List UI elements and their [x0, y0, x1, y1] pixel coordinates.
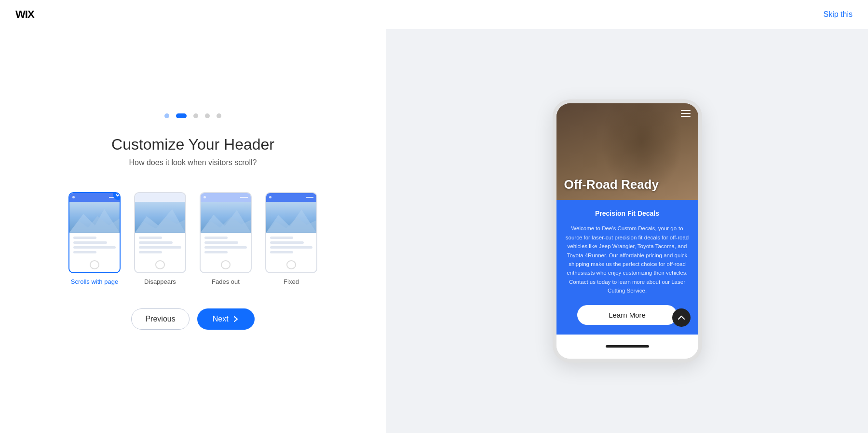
svg-marker-1 — [69, 216, 120, 233]
step-dot-2 — [176, 113, 187, 118]
scroll-up-button[interactable] — [672, 308, 691, 327]
content-line — [270, 251, 293, 253]
step-dot-4 — [205, 113, 210, 118]
option-frame-scrolls — [68, 192, 121, 273]
option-label-disappears: Disappears — [144, 278, 176, 285]
home-button — [90, 260, 99, 269]
option-fixed[interactable]: Fixed — [265, 192, 317, 285]
option-fades[interactable]: Fades out — [200, 192, 252, 285]
fades-header — [201, 193, 251, 202]
dot-icon — [72, 196, 75, 198]
left-panel: Customize Your Header How does it look w… — [0, 29, 386, 433]
content-line — [73, 251, 96, 253]
fixed-header — [266, 193, 316, 202]
phone-hero: Off-Road Ready — [556, 103, 698, 200]
home-indicator — [606, 345, 649, 348]
panel-subtitle: How does it look when visitors scroll? — [129, 158, 257, 167]
dot-icon — [203, 196, 206, 198]
step-dot-1 — [164, 113, 169, 118]
option-label-fixed: Fixed — [284, 278, 299, 285]
fixed-image-area — [266, 202, 316, 233]
option-disappears[interactable]: Disappears — [134, 192, 186, 285]
content-line — [73, 241, 107, 244]
content-line — [204, 241, 238, 244]
option-label-fades: Fades out — [212, 278, 240, 285]
arrow-right-icon — [232, 316, 239, 322]
home-button — [221, 260, 231, 269]
option-frame-disappears — [134, 192, 186, 273]
skip-button[interactable]: Skip this — [824, 10, 853, 19]
ham-line — [681, 116, 691, 117]
fades-content — [201, 233, 251, 257]
phone-preview: Off-Road Ready Precision Fit Decals Welc… — [553, 99, 702, 362]
phone-body: Precision Fit Decals Welcome to Dee's Cu… — [556, 200, 698, 334]
panel-title: Customize Your Header — [111, 136, 274, 154]
next-button[interactable]: Next — [197, 308, 255, 330]
scrolls-image-area — [69, 202, 120, 233]
option-frame-fades — [200, 192, 252, 273]
home-button — [286, 260, 296, 269]
content-line — [73, 246, 116, 249]
svg-marker-7 — [266, 217, 316, 233]
svg-marker-5 — [201, 217, 251, 233]
content-line — [270, 246, 312, 249]
section-title: Precision Fit Decals — [565, 210, 690, 217]
dot-icon — [269, 196, 271, 198]
content-line — [139, 251, 162, 253]
content-line — [270, 237, 293, 239]
content-line — [139, 241, 173, 244]
scrolls-content — [69, 233, 120, 257]
content-line — [139, 246, 181, 249]
step-indicator — [164, 113, 221, 118]
ham-line — [681, 113, 691, 114]
fixed-content — [266, 233, 316, 257]
right-panel: Off-Road Ready Precision Fit Decals Welc… — [386, 29, 868, 433]
top-bar: WIX Skip this — [0, 0, 868, 29]
home-button — [155, 260, 165, 269]
content-line — [270, 241, 304, 244]
scrolls-header — [69, 193, 120, 202]
ham-line — [681, 110, 691, 111]
phone-bottom-bar — [556, 335, 698, 359]
nav-buttons: Previous Next — [131, 308, 254, 330]
fades-image-area — [201, 202, 251, 233]
menu-lines-icon — [306, 197, 313, 198]
header-options: Scrolls with page — [68, 192, 317, 285]
learn-more-button[interactable]: Learn More — [577, 305, 677, 325]
option-label-scrolls: Scrolls with page — [71, 278, 118, 285]
content-line — [139, 237, 162, 239]
disappears-header — [135, 193, 185, 202]
step-dot-5 — [217, 113, 221, 118]
menu-lines-icon — [240, 197, 248, 198]
content-line — [204, 246, 247, 249]
disappears-image-area — [135, 202, 185, 233]
chevron-up-icon — [677, 313, 686, 322]
step-dot-3 — [193, 113, 198, 118]
content-line — [204, 237, 228, 239]
body-text: Welcome to Dee's Custom Decals, your go-… — [565, 224, 690, 295]
option-frame-fixed — [265, 192, 317, 273]
wix-logo: WIX — [15, 8, 34, 21]
disappears-content — [135, 233, 185, 257]
previous-button[interactable]: Previous — [131, 308, 189, 330]
option-scrolls[interactable]: Scrolls with page — [68, 192, 121, 285]
content-line — [204, 251, 228, 253]
hamburger-icon — [681, 110, 691, 117]
content-line — [73, 237, 96, 239]
hero-title: Off-Road Ready — [556, 169, 698, 200]
